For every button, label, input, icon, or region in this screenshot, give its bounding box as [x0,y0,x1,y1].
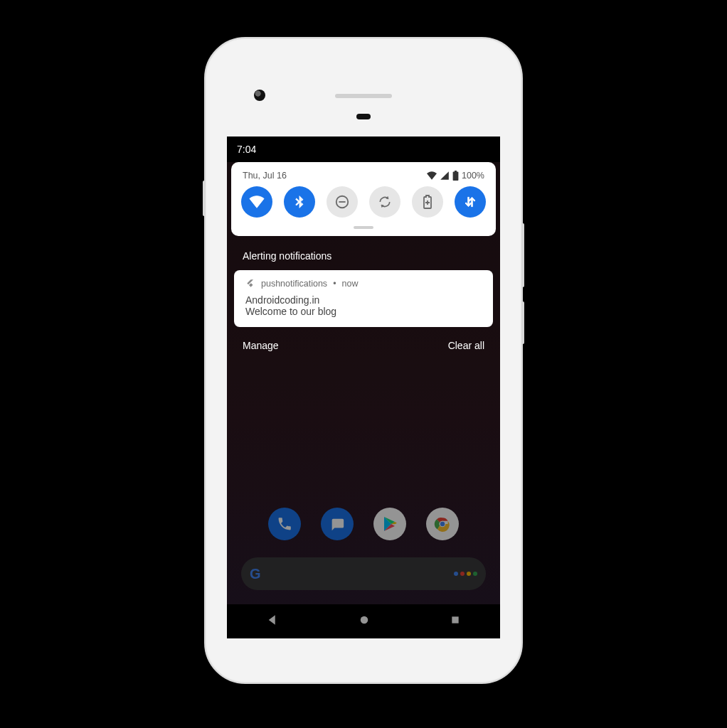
shade-section-label: Alerting notifications [227,236,500,270]
play-store-icon [381,515,398,532]
device-screen: G 7:04 Thu, Jul 16 [227,136,500,638]
google-search-bar[interactable]: G [241,557,486,590]
quick-settings-date: Thu, Jul 16 [243,171,287,181]
hardware-volume-button [521,223,524,287]
flutter-icon [245,279,255,289]
bluetooth-icon [292,195,307,209]
qs-toggle-auto-rotate[interactable] [369,186,400,218]
quick-settings-panel: Thu, Jul 16 100% [231,162,496,236]
status-time: 7:04 [237,144,256,155]
chrome-icon [433,515,452,533]
battery-status-icon [452,171,459,181]
qs-toggle-bluetooth[interactable] [284,186,315,218]
notification-body: Welcome to our blog [245,306,482,317]
notification-app-name: pushnotifications [261,279,327,289]
qs-toggle-mobile-data[interactable] [455,186,486,218]
hardware-sensor [356,114,371,119]
wifi-status-icon [427,171,437,180]
dnd-icon [334,194,350,210]
signal-status-icon [440,171,450,180]
quick-settings-handle[interactable] [354,226,373,229]
notification-when: now [342,279,359,289]
mobile-data-icon [463,195,477,209]
hardware-earpiece [335,94,392,98]
google-logo: G [250,566,260,582]
notification-title: Androidcoding.in [245,294,482,306]
status-bar: 7:04 [227,136,500,162]
notification-card[interactable]: pushnotifications • now Androidcoding.in… [234,270,493,327]
manage-button[interactable]: Manage [243,340,279,351]
messages-icon [329,516,345,532]
qs-toggle-battery-saver[interactable] [412,186,443,218]
wifi-icon [249,194,265,210]
hardware-power-button [521,301,524,344]
app-phone[interactable] [268,508,301,540]
status-icons: 100% [427,171,484,181]
notification-shade[interactable]: 7:04 Thu, Jul 16 100% [227,136,500,351]
hardware-side-button [203,181,206,216]
assistant-icon [454,572,477,576]
clear-all-button[interactable]: Clear all [448,340,484,351]
app-chrome[interactable] [426,508,459,540]
qs-toggle-dnd[interactable] [327,186,358,218]
dock-row [227,508,500,540]
battery-saver-icon [423,195,433,209]
phone-frame: G 7:04 Thu, Jul 16 [204,37,523,684]
battery-percent: 100% [462,171,484,181]
qs-toggle-wifi[interactable] [241,186,272,218]
shade-footer: Manage Clear all [227,327,500,351]
hardware-camera [254,90,265,101]
phone-icon [277,516,292,532]
app-play-store[interactable] [373,508,406,540]
auto-rotate-icon [378,195,392,209]
notification-header: pushnotifications • now [245,279,482,289]
notification-separator: • [333,279,336,289]
app-messages[interactable] [321,508,354,540]
